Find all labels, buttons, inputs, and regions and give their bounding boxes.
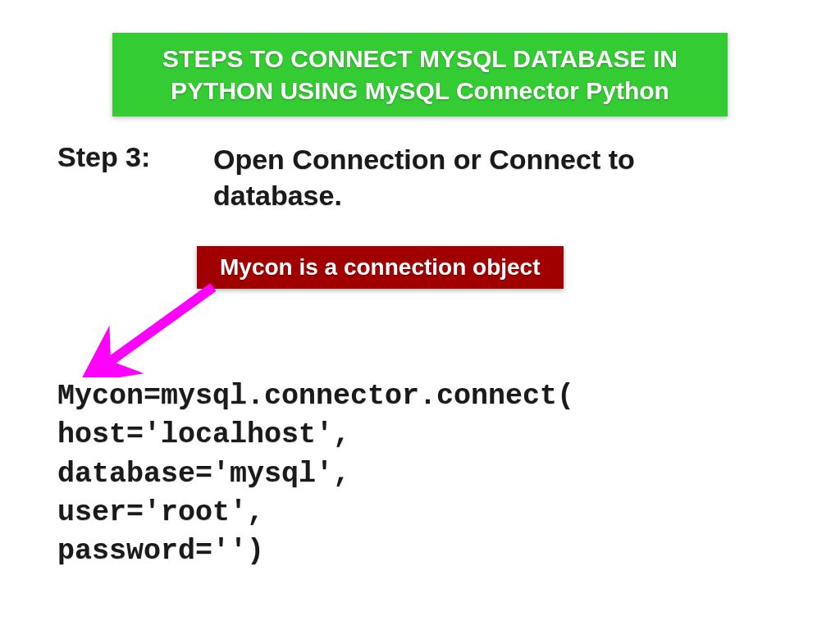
slide-title-text: STEPS TO CONNECT MYSQL DATABASE IN PYTHO… xyxy=(162,45,678,104)
code-line-1: Mycon=mysql.connector.connect( xyxy=(57,380,574,413)
callout-annotation: Mycon is a connection object xyxy=(197,246,564,289)
callout-text: Mycon is a connection object xyxy=(220,254,541,280)
slide-title-banner: STEPS TO CONNECT MYSQL DATABASE IN PYTHO… xyxy=(112,33,728,116)
step-description: Open Connection or Connect to database. xyxy=(213,141,746,213)
svg-line-0 xyxy=(111,287,213,361)
arrow-icon xyxy=(82,279,230,377)
step-heading: Step 3: Open Connection or Connect to da… xyxy=(57,141,840,213)
code-line-3: database='mysql', xyxy=(57,458,350,491)
code-line-5: password='') xyxy=(57,535,264,568)
code-line-4: user='root', xyxy=(57,496,264,529)
code-line-2: host='localhost', xyxy=(57,418,350,451)
step-number-label: Step 3: xyxy=(57,141,213,173)
code-block: Mycon=mysql.connector.connect( host='loc… xyxy=(57,377,574,571)
